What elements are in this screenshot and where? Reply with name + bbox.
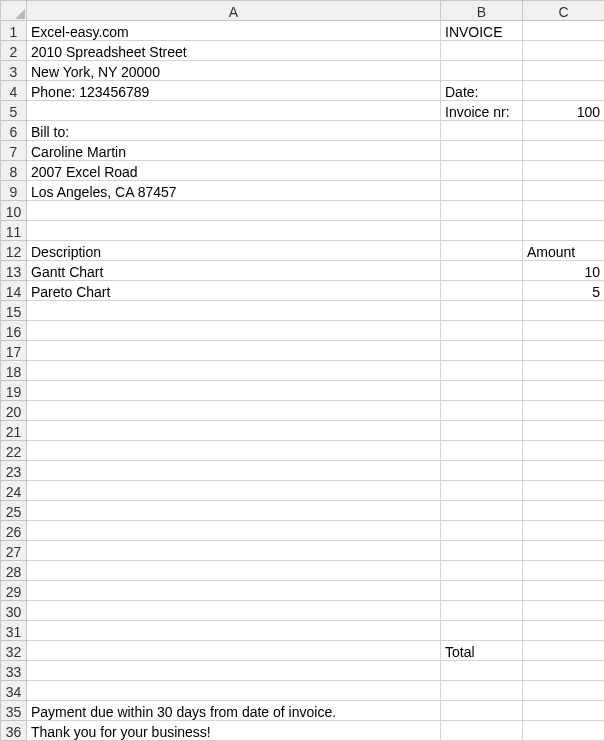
cell-B11[interactable] [441, 221, 523, 241]
cell-A34[interactable] [27, 681, 441, 701]
row-header[interactable]: 27 [1, 541, 27, 561]
cell-A29[interactable] [27, 581, 441, 601]
cell-C2[interactable] [523, 41, 605, 61]
cell-A35[interactable]: Payment due within 30 days from date of … [27, 701, 441, 721]
cell-B18[interactable] [441, 361, 523, 381]
cell-B13[interactable] [441, 261, 523, 281]
row-header[interactable]: 4 [1, 81, 27, 101]
cell-B3[interactable] [441, 61, 523, 81]
cell-A27[interactable] [27, 541, 441, 561]
row-header[interactable]: 1 [1, 21, 27, 41]
cell-B28[interactable] [441, 561, 523, 581]
cell-C34[interactable] [523, 681, 605, 701]
cell-B10[interactable] [441, 201, 523, 221]
cell-C28[interactable] [523, 561, 605, 581]
cell-C30[interactable] [523, 601, 605, 621]
cell-A26[interactable] [27, 521, 441, 541]
cell-C18[interactable] [523, 361, 605, 381]
cell-A25[interactable] [27, 501, 441, 521]
cell-A33[interactable] [27, 661, 441, 681]
cell-A4[interactable]: Phone: 123456789 [27, 81, 441, 101]
cell-C20[interactable] [523, 401, 605, 421]
cell-B23[interactable] [441, 461, 523, 481]
cell-B35[interactable] [441, 701, 523, 721]
row-header[interactable]: 33 [1, 661, 27, 681]
row-header[interactable]: 28 [1, 561, 27, 581]
cell-B25[interactable] [441, 501, 523, 521]
cell-C3[interactable] [523, 61, 605, 81]
cell-A18[interactable] [27, 361, 441, 381]
cell-A15[interactable] [27, 301, 441, 321]
cell-A6[interactable]: Bill to: [27, 121, 441, 141]
cell-C24[interactable] [523, 481, 605, 501]
cell-A22[interactable] [27, 441, 441, 461]
cell-B5[interactable]: Invoice nr: [441, 101, 523, 121]
cell-B26[interactable] [441, 521, 523, 541]
row-header[interactable]: 35 [1, 701, 27, 721]
row-header[interactable]: 29 [1, 581, 27, 601]
row-header[interactable]: 8 [1, 161, 27, 181]
row-header[interactable]: 21 [1, 421, 27, 441]
cell-A24[interactable] [27, 481, 441, 501]
row-header[interactable]: 6 [1, 121, 27, 141]
cell-C7[interactable] [523, 141, 605, 161]
cell-B16[interactable] [441, 321, 523, 341]
cell-B14[interactable] [441, 281, 523, 301]
cell-A21[interactable] [27, 421, 441, 441]
cell-C11[interactable] [523, 221, 605, 241]
cell-C15[interactable] [523, 301, 605, 321]
cell-C12[interactable]: Amount [523, 241, 605, 261]
cell-C1[interactable] [523, 21, 605, 41]
row-header[interactable]: 36 [1, 721, 27, 741]
row-header[interactable]: 34 [1, 681, 27, 701]
row-header[interactable]: 30 [1, 601, 27, 621]
cell-B7[interactable] [441, 141, 523, 161]
select-all-corner[interactable] [1, 1, 27, 21]
cell-C17[interactable] [523, 341, 605, 361]
row-header[interactable]: 15 [1, 301, 27, 321]
row-header[interactable]: 32 [1, 641, 27, 661]
cell-C13[interactable]: 10 [523, 261, 605, 281]
cell-C31[interactable] [523, 621, 605, 641]
row-header[interactable]: 23 [1, 461, 27, 481]
cell-B12[interactable] [441, 241, 523, 261]
row-header[interactable]: 19 [1, 381, 27, 401]
cell-B6[interactable] [441, 121, 523, 141]
cell-C36[interactable] [523, 721, 605, 741]
cell-C35[interactable] [523, 701, 605, 721]
cell-A36[interactable]: Thank you for your business! [27, 721, 441, 741]
row-header[interactable]: 3 [1, 61, 27, 81]
row-header[interactable]: 16 [1, 321, 27, 341]
cell-C33[interactable] [523, 661, 605, 681]
cell-A30[interactable] [27, 601, 441, 621]
cell-A3[interactable]: New York, NY 20000 [27, 61, 441, 81]
cell-B19[interactable] [441, 381, 523, 401]
cell-C5[interactable]: 100 [523, 101, 605, 121]
cell-C19[interactable] [523, 381, 605, 401]
row-header[interactable]: 26 [1, 521, 27, 541]
col-header-a[interactable]: A [27, 1, 441, 21]
cell-C29[interactable] [523, 581, 605, 601]
cell-A31[interactable] [27, 621, 441, 641]
row-header[interactable]: 24 [1, 481, 27, 501]
cell-C23[interactable] [523, 461, 605, 481]
row-header[interactable]: 5 [1, 101, 27, 121]
cell-B22[interactable] [441, 441, 523, 461]
cell-B30[interactable] [441, 601, 523, 621]
cell-C10[interactable] [523, 201, 605, 221]
cell-A10[interactable] [27, 201, 441, 221]
cell-B9[interactable] [441, 181, 523, 201]
cell-A17[interactable] [27, 341, 441, 361]
cell-C8[interactable] [523, 161, 605, 181]
cell-A9[interactable]: Los Angeles, CA 87457 [27, 181, 441, 201]
cell-C14[interactable]: 5 [523, 281, 605, 301]
cell-B36[interactable] [441, 721, 523, 741]
cell-B27[interactable] [441, 541, 523, 561]
cell-C27[interactable] [523, 541, 605, 561]
cell-A8[interactable]: 2007 Excel Road [27, 161, 441, 181]
cell-A14[interactable]: Pareto Chart [27, 281, 441, 301]
cell-B32[interactable]: Total [441, 641, 523, 661]
row-header[interactable]: 7 [1, 141, 27, 161]
row-header[interactable]: 20 [1, 401, 27, 421]
row-header[interactable]: 9 [1, 181, 27, 201]
